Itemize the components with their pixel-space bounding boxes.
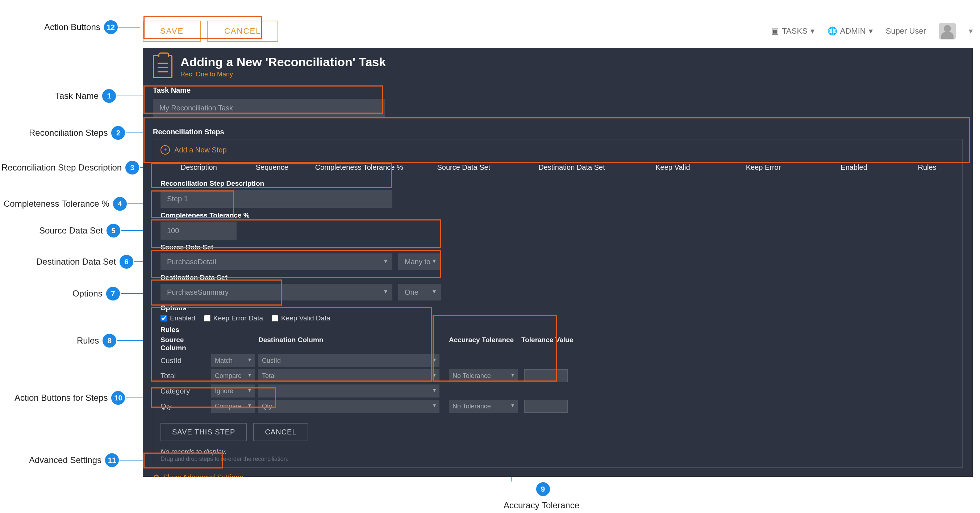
globe-icon: 🌐: [827, 26, 837, 36]
rules-columns: Source Column Destination Column Accurac…: [161, 336, 955, 352]
dest-mode-select[interactable]: One: [398, 284, 441, 300]
callout-bubble-10: 10: [110, 390, 126, 405]
cancel-step-button[interactable]: CANCEL: [253, 423, 308, 442]
col-enabled: Enabled: [809, 163, 899, 172]
rule-dest-select[interactable]: [258, 384, 439, 397]
option-keep-valid[interactable]: Keep Valid Data: [272, 314, 331, 322]
callout-label-11: Advanced Settings: [29, 455, 102, 465]
callout-label-8: Rules: [77, 336, 99, 346]
col-keep-error: Keep Error: [718, 163, 809, 172]
rule-mode-select[interactable]: Compare: [211, 369, 255, 382]
step-desc-input[interactable]: [161, 190, 392, 208]
rule-row: CustId Match CustId: [161, 354, 955, 367]
clipboard-icon: [153, 55, 172, 78]
source-mode-select[interactable]: Many to: [398, 253, 441, 270]
task-name-input[interactable]: [153, 99, 385, 117]
col-description: Description: [161, 163, 237, 172]
callout-label-5: Source Data Set: [39, 226, 103, 236]
keep-error-label: Keep Error Data: [213, 314, 263, 322]
show-advanced-settings[interactable]: ⚙ Show Advanced Settings: [143, 468, 973, 477]
enabled-checkbox[interactable]: [161, 315, 167, 321]
rule-mode-select[interactable]: Match: [211, 354, 255, 367]
rule-mode-select[interactable]: Compare: [211, 400, 255, 413]
col-completeness: Completeness Tolerance %: [307, 163, 412, 172]
callout-bubble-7: 7: [105, 286, 121, 301]
rulecol-destination: Destination Column: [258, 336, 439, 352]
dest-ds-select[interactable]: PurchaseSummary: [161, 284, 392, 300]
col-source: Source Data Set: [412, 163, 516, 172]
callout-bubble-1: 1: [102, 88, 117, 103]
gear-icon: ⚙: [153, 473, 159, 477]
dest-ds-label: Destination Data Set: [161, 274, 955, 282]
rulecol-accuracy: Accuracy Tolerance: [449, 336, 521, 352]
tasks-label: TASKS: [782, 26, 808, 36]
callout-label-1: Task Name: [55, 91, 99, 101]
page-subtitle: Rec: One to Many: [180, 71, 386, 78]
avatar[interactable]: [939, 23, 956, 40]
no-records-text: No records to display.: [153, 443, 962, 456]
rule-source-label: Total: [161, 372, 211, 380]
rule-dest-select[interactable]: CustId: [258, 354, 439, 367]
accuracy-select[interactable]: No Tolerance: [449, 400, 518, 413]
rule-mode-select[interactable]: Ignore: [211, 384, 255, 397]
save-button[interactable]: SAVE: [143, 21, 201, 41]
callout-bubble-9: 9: [536, 481, 551, 497]
callout-bubble-2: 2: [110, 125, 126, 140]
accuracy-select[interactable]: No Tolerance: [449, 369, 518, 382]
keep-error-checkbox[interactable]: [204, 315, 210, 321]
drag-note: Drag and drop steps to re-order the reco…: [153, 456, 962, 467]
user-name: Super User: [886, 26, 926, 36]
source-ds-label: Source Data Set: [161, 243, 955, 251]
rule-row: Category Ignore: [161, 384, 955, 397]
callout-label-9: Accuracy Tolerance: [504, 500, 579, 510]
connector-8: [117, 340, 146, 341]
clipboard-icon: ▣: [771, 26, 779, 36]
chevron-down-icon: ▾: [810, 26, 815, 36]
tolerance-input[interactable]: [524, 400, 568, 413]
callout-label-6: Destination Data Set: [36, 257, 116, 267]
advanced-label: Show Advanced Settings: [163, 473, 243, 477]
callout-bubble-5: 5: [106, 223, 121, 238]
completeness-input[interactable]: [161, 222, 237, 240]
step-editor: Reconciliation Step Description Complete…: [153, 175, 962, 413]
callout-label-10: Action Buttons for Steps: [14, 393, 108, 403]
option-keep-error[interactable]: Keep Error Data: [204, 314, 263, 322]
step-desc-label: Reconciliation Step Description: [161, 179, 955, 187]
rule-row: Qty Compare Qty No Tolerance: [161, 400, 955, 413]
rulecol-tolerance: Tolerance Value: [521, 336, 587, 352]
callout-bubble-8: 8: [102, 333, 117, 348]
connector-1: [117, 95, 146, 96]
tasks-menu[interactable]: ▣ TASKS ▾: [771, 26, 815, 36]
option-enabled[interactable]: Enabled: [161, 314, 195, 322]
callout-bubble-11: 11: [104, 453, 119, 468]
connector-12: [118, 27, 140, 27]
options-label: Options: [161, 304, 955, 312]
rule-source-label: CustId: [161, 357, 211, 365]
admin-menu[interactable]: 🌐 ADMIN ▾: [827, 26, 873, 36]
admin-label: ADMIN: [840, 26, 866, 36]
rule-source-label: Category: [161, 387, 211, 395]
rules-label: Rules: [161, 326, 955, 334]
callout-bubble-6: 6: [119, 254, 134, 269]
rule-source-label: Qty: [161, 402, 211, 411]
page-title: Adding a New 'Reconciliation' Task: [180, 55, 386, 69]
topbar: SAVE CANCEL ▣ TASKS ▾ 🌐 ADMIN ▾ Super Us…: [143, 17, 973, 46]
tolerance-input[interactable]: [524, 369, 568, 382]
cancel-button[interactable]: CANCEL: [207, 21, 278, 41]
recon-steps-label: Reconciliation Steps: [143, 123, 973, 139]
recon-steps-panel: + Add a New Step Description Sequence Co…: [153, 139, 963, 468]
callout-label-4: Completeness Tolerance %: [4, 199, 110, 209]
keep-valid-checkbox[interactable]: [272, 315, 278, 321]
rule-row: Total Compare Total No Tolerance: [161, 369, 955, 382]
enabled-label: Enabled: [170, 314, 195, 322]
rule-dest-select[interactable]: Total: [258, 369, 439, 382]
source-ds-select[interactable]: PurchaseDetail: [161, 253, 392, 270]
callout-bubble-12: 12: [103, 19, 118, 35]
callout-label-7: Options: [72, 289, 103, 299]
add-step-label: Add a New Step: [174, 146, 227, 154]
chevron-down-icon: ▾: [869, 26, 873, 36]
rule-dest-select[interactable]: Qty: [258, 400, 439, 413]
save-step-button[interactable]: SAVE THIS STEP: [161, 423, 247, 442]
add-step-button[interactable]: + Add a New Step: [153, 140, 962, 160]
rulecol-source: Source Column: [161, 336, 211, 352]
